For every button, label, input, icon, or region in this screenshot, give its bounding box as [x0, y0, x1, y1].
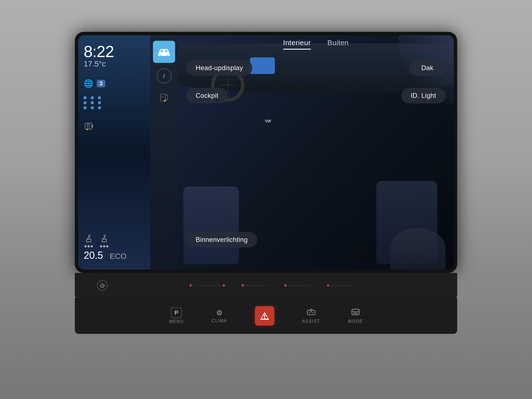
- id-light-button[interactable]: ID. Light: [401, 88, 446, 103]
- head-updisplay-button[interactable]: Head-updisplay: [186, 60, 252, 76]
- svg-rect-1: [92, 124, 93, 128]
- tab-buiten[interactable]: Buiten: [328, 39, 349, 50]
- temp-eco-row: 20.5 ECO: [84, 250, 145, 261]
- car-nav-icon[interactable]: [153, 41, 175, 63]
- bottom-left-section: 20.5 ECO: [84, 234, 145, 261]
- left-panel: 8:22 17.5°c 🌐 3: [78, 35, 150, 270]
- right-seat-heat-icon[interactable]: [99, 234, 109, 247]
- bottom-nav-bar: P MENU ⚙ CLIMA ASSIST: [75, 298, 457, 334]
- dot-2: [91, 96, 94, 99]
- power-icon[interactable]: ⏻: [97, 280, 108, 291]
- left-seat-heat-icon[interactable]: [84, 234, 94, 247]
- mode-icon: [351, 308, 360, 318]
- clima-icon: ⚙: [216, 309, 222, 317]
- power-button-area[interactable]: ⏻: [97, 280, 108, 291]
- svg-rect-22: [352, 309, 359, 315]
- clock-display: 8:22: [84, 44, 114, 60]
- hazard-button[interactable]: [255, 306, 274, 326]
- clima-label: CLIMA: [211, 318, 227, 323]
- svg-point-7: [104, 235, 106, 237]
- svg-rect-18: [264, 315, 265, 317]
- dashboard-wrapper: 8:22 17.5°c 🌐 3: [0, 0, 532, 399]
- overlay-buttons: Head-updisplay Cockpit Binnenverlichting…: [178, 35, 454, 270]
- dot-1: [84, 96, 86, 99]
- assist-label: ASSIST: [302, 319, 320, 324]
- binnenverlichting-button[interactable]: Binnenverlichting: [186, 232, 257, 247]
- assist-nav-button[interactable]: ASSIST: [302, 308, 320, 324]
- dot-7: [84, 106, 86, 109]
- time-temp-section: 8:22 17.5°c: [84, 44, 145, 68]
- dot-9: [98, 106, 101, 109]
- dot-5: [91, 101, 94, 104]
- svg-text:⚡: ⚡: [163, 99, 167, 103]
- menu-icon: P: [171, 308, 182, 318]
- seat-heat-row: [84, 234, 145, 247]
- dot-3: [98, 96, 101, 99]
- dot-8: [91, 106, 94, 109]
- seat-heat-dots-left: [85, 245, 93, 247]
- touch-controls: [108, 284, 435, 287]
- cabin-temp: 20.5: [84, 250, 103, 261]
- main-content-area: VW: [178, 35, 454, 270]
- tabs-bar: Interieur Buiten: [178, 35, 454, 52]
- screen-bezel: 8:22 17.5°c 🌐 3: [75, 32, 457, 273]
- hardware-strip: ⏻: [75, 273, 457, 298]
- dot-6: [98, 101, 101, 104]
- info-icon[interactable]: i: [157, 68, 172, 83]
- svg-rect-8: [159, 55, 162, 57]
- dot-4: [84, 101, 86, 104]
- hazard-icon: [260, 311, 270, 321]
- cockpit-button[interactable]: Cockpit: [186, 88, 228, 103]
- touch-control-2[interactable]: [242, 284, 268, 287]
- svg-rect-20: [307, 310, 315, 315]
- svg-text:⚡: ⚡: [86, 128, 89, 131]
- assist-icon: [307, 308, 316, 318]
- nav-panel: i ⚡: [150, 35, 178, 270]
- mode-nav-button[interactable]: MODE: [348, 308, 363, 324]
- svg-point-6: [88, 235, 90, 237]
- globe-icon: 🌐: [84, 79, 93, 88]
- mode-label: MODE: [348, 319, 363, 324]
- svg-rect-19: [264, 318, 265, 318]
- charge-plug-icon: ⚡: [158, 92, 170, 103]
- menu-label: MENU: [169, 319, 184, 324]
- clima-nav-button[interactable]: ⚙ CLIMA: [211, 309, 227, 323]
- touch-control-4[interactable]: [327, 284, 353, 287]
- screen-layout: 8:22 17.5°c 🌐 3: [78, 35, 454, 270]
- grid-menu-icon[interactable]: [84, 96, 103, 109]
- temperature-display: 17.5°c: [84, 60, 106, 68]
- seat-heat-dots-right: [100, 245, 108, 247]
- charging-icon: ⚡: [84, 120, 145, 133]
- tab-interieur[interactable]: Interieur: [283, 39, 311, 50]
- eco-label: ECO: [110, 252, 127, 261]
- touch-control-1[interactable]: [190, 284, 225, 287]
- dak-button[interactable]: Dak: [409, 60, 446, 76]
- menu-nav-button[interactable]: P MENU: [169, 308, 184, 324]
- badge-number: 3: [97, 80, 105, 87]
- screen: 8:22 17.5°c 🌐 3: [78, 35, 454, 270]
- icons-row: 🌐 3: [84, 79, 145, 88]
- touch-control-3[interactable]: [284, 284, 310, 287]
- svg-rect-9: [167, 55, 169, 57]
- svg-rect-10: [160, 50, 163, 52]
- svg-rect-24: [354, 313, 357, 314]
- svg-rect-11: [165, 50, 168, 52]
